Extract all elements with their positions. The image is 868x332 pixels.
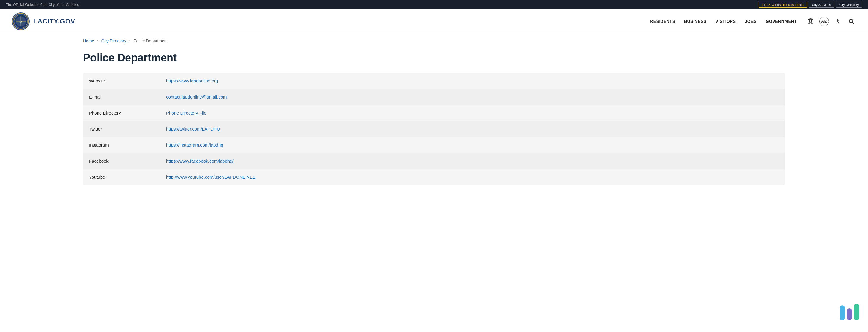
breadcrumb-home[interactable]: Home bbox=[83, 38, 94, 43]
row-link[interactable]: contact.lapdonline@gmail.com bbox=[166, 94, 227, 99]
table-row: Websitehttps://www.lapdonline.org bbox=[83, 73, 785, 89]
row-link[interactable]: https://www.facebook.com/lapdhq/ bbox=[166, 158, 234, 163]
top-bar-buttons: Fire & Windstorm Resources City Services… bbox=[758, 2, 862, 8]
logo-link[interactable]: LA LACITY.GOV bbox=[12, 12, 75, 30]
svg-rect-9 bbox=[809, 19, 810, 19]
table-row: Instagramhttps://instagram.com/lapdhq bbox=[83, 137, 785, 153]
row-label: Facebook bbox=[83, 153, 160, 169]
svg-point-7 bbox=[809, 21, 810, 21]
table-row: Facebookhttps://www.facebook.com/lapdhq/ bbox=[83, 153, 785, 169]
row-link[interactable]: Phone Directory File bbox=[166, 110, 207, 115]
nav-jobs[interactable]: JOBS bbox=[745, 19, 757, 24]
city-services-button[interactable]: City Services bbox=[809, 2, 834, 8]
svg-point-12 bbox=[849, 19, 853, 23]
breadcrumb-sep-2: › bbox=[129, 38, 131, 43]
page-title-area: Police Department bbox=[0, 49, 868, 73]
table-row: E-mailcontact.lapdonline@gmail.com bbox=[83, 89, 785, 105]
svg-point-8 bbox=[811, 21, 812, 21]
page-title: Police Department bbox=[83, 52, 785, 64]
az-button[interactable]: A|Z bbox=[819, 17, 829, 26]
row-label: Twitter bbox=[83, 121, 160, 137]
svg-point-11 bbox=[837, 19, 838, 20]
row-label: Phone Directory bbox=[83, 105, 160, 121]
row-label: Youtube bbox=[83, 169, 160, 185]
row-label: Website bbox=[83, 73, 160, 89]
table-row: Phone DirectoryPhone Directory File bbox=[83, 105, 785, 121]
table-row: Twitterhttps://twitter.com/LAPDHQ bbox=[83, 121, 785, 137]
svg-line-13 bbox=[852, 22, 854, 24]
fire-windstorm-button[interactable]: Fire & Windstorm Resources bbox=[758, 2, 807, 8]
row-value[interactable]: contact.lapdonline@gmail.com bbox=[160, 89, 785, 105]
row-value[interactable]: https://twitter.com/LAPDHQ bbox=[160, 121, 785, 137]
logo-seal: LA bbox=[12, 12, 30, 30]
row-value[interactable]: Phone Directory File bbox=[160, 105, 785, 121]
breadcrumb: Home › City Directory › Police Departmen… bbox=[0, 33, 868, 49]
row-value[interactable]: http://www.youtube.com/user/LAPDONLINE1 bbox=[160, 169, 785, 185]
city-directory-button[interactable]: City Directory bbox=[836, 2, 862, 8]
content-area: Websitehttps://www.lapdonline.orgE-mailc… bbox=[0, 73, 868, 203]
top-bar: The Official Website of the City of Los … bbox=[0, 0, 868, 9]
nav-business[interactable]: BUSINESS bbox=[684, 19, 707, 24]
row-link[interactable]: https://www.lapdonline.org bbox=[166, 78, 218, 83]
info-table: Websitehttps://www.lapdonline.orgE-mailc… bbox=[83, 73, 785, 185]
row-label: E-mail bbox=[83, 89, 160, 105]
row-label: Instagram bbox=[83, 137, 160, 153]
official-text: The Official Website of the City of Los … bbox=[6, 3, 79, 7]
svg-point-6 bbox=[808, 19, 813, 24]
main-nav: RESIDENTS BUSINESS VISITORS JOBS GOVERNM… bbox=[650, 17, 856, 26]
logo-text: LACITY.GOV bbox=[33, 18, 75, 25]
nav-residents[interactable]: RESIDENTS bbox=[650, 19, 675, 24]
row-value[interactable]: https://www.facebook.com/lapdhq/ bbox=[160, 153, 785, 169]
search-button[interactable] bbox=[847, 17, 856, 26]
nav-icons: A|Z bbox=[806, 17, 856, 26]
breadcrumb-sep-1: › bbox=[97, 38, 98, 43]
main-header: LA LACITY.GOV RESIDENTS BUSINESS VISITOR… bbox=[0, 9, 868, 33]
row-link[interactable]: https://twitter.com/LAPDHQ bbox=[166, 126, 220, 131]
nav-visitors[interactable]: VISITORS bbox=[715, 19, 736, 24]
nav-government[interactable]: GOVERNMENT bbox=[766, 19, 797, 24]
svg-text:LA: LA bbox=[19, 21, 22, 23]
row-value[interactable]: https://instagram.com/lapdhq bbox=[160, 137, 785, 153]
breadcrumb-current: Police Department bbox=[133, 38, 167, 43]
row-value[interactable]: https://www.lapdonline.org bbox=[160, 73, 785, 89]
row-link[interactable]: http://www.youtube.com/user/LAPDONLINE1 bbox=[166, 175, 255, 180]
accessibility-icon-button[interactable] bbox=[833, 17, 842, 26]
breadcrumb-city-directory[interactable]: City Directory bbox=[101, 38, 126, 43]
chat-icon-button[interactable] bbox=[806, 17, 815, 26]
svg-rect-10 bbox=[811, 19, 812, 19]
row-link[interactable]: https://instagram.com/lapdhq bbox=[166, 143, 223, 147]
table-row: Youtubehttp://www.youtube.com/user/LAPDO… bbox=[83, 169, 785, 185]
